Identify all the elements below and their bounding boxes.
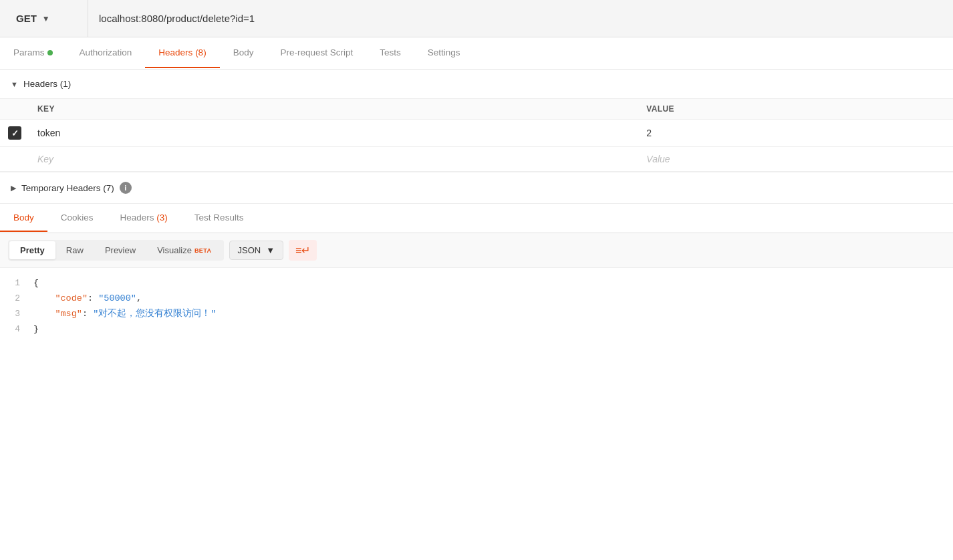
code-val-code: "50000" [98,293,136,303]
resp-tab-cookies[interactable]: Cookies [47,204,107,232]
code-line-2: 2 "code": "50000", [0,291,953,307]
temp-headers-section[interactable]: ▶ Temporary Headers (7) i [0,172,953,204]
headers-expand-icon: ▼ [11,80,18,88]
code-key-msg: "msg" [55,309,82,319]
response-tabs: Body Cookies Headers (3) Test Results [0,204,953,233]
format-tabs: Pretty Raw Preview Visualize BETA [8,240,224,261]
temp-headers-title: Temporary Headers (7) [21,183,114,193]
headers-section: ▼ Headers (1) KEY VALUE token 2 [0,69,953,172]
table-row: token 2 [0,120,953,147]
key-placeholder: Key [37,154,53,164]
tab-tests[interactable]: Tests [366,38,414,68]
row2-value[interactable]: Value [638,147,953,172]
code-key-code: "code" [55,293,88,303]
temp-headers-expand-icon: ▶ [11,184,16,192]
code-line-4: 4 } [0,322,953,337]
format-tab-preview[interactable]: Preview [94,241,146,259]
tab-prerequest[interactable]: Pre-request Script [267,38,366,68]
col-value: VALUE [638,99,953,120]
url-input[interactable] [88,0,945,37]
info-icon[interactable]: i [120,182,132,194]
line-num-3: 3 [0,307,33,321]
row2-key[interactable]: Key [29,147,638,172]
line-content-3: "msg": "对不起，您没有权限访问！" [33,307,953,322]
url-bar: GET ▼ [0,0,953,37]
row1-checkbox-cell[interactable] [0,120,29,147]
line-num-4: 4 [0,322,33,337]
response-toolbar: Pretty Raw Preview Visualize BETA JSON ▼… [0,233,953,268]
row1-key[interactable]: token [29,120,638,147]
line-content-2: "code": "50000", [33,291,953,307]
tab-body[interactable]: Body [220,38,267,68]
headers-title: Headers (1) [23,79,71,89]
row1-checkbox[interactable] [8,126,21,140]
value-placeholder: Value [646,154,670,164]
format-tab-pretty[interactable]: Pretty [9,241,55,259]
line-num-1: 1 [0,276,33,291]
tab-headers[interactable]: Headers (8) [145,38,219,68]
table-row: Key Value [0,147,953,172]
resp-tab-headers[interactable]: Headers (3) [107,204,181,232]
wrap-icon: ≡↵ [295,244,310,257]
line-num-2: 2 [0,291,33,306]
line-content-4: } [33,322,953,337]
resp-tab-testresults[interactable]: Test Results [181,204,257,232]
code-line-1: 1 { [0,276,953,291]
resp-tab-body[interactable]: Body [0,204,47,232]
tab-settings[interactable]: Settings [414,38,474,68]
wrap-button[interactable]: ≡↵ [289,240,317,261]
method-chevron-icon: ▼ [42,14,50,23]
code-val-msg: "对不起，您没有权限访问！" [93,309,216,319]
col-key: KEY [29,99,638,120]
tab-authorization[interactable]: Authorization [66,38,146,68]
tab-params[interactable]: Params [0,38,66,68]
request-tabs: Params Authorization Headers (8) Body Pr… [0,37,953,69]
params-dot [47,50,53,55]
headers-toggle[interactable]: ▼ Headers (1) [0,69,953,98]
col-checkbox [0,99,29,120]
row2-checkbox-cell [0,147,29,172]
row1-value[interactable]: 2 [638,120,953,147]
code-area: 1 { 2 "code": "50000", 3 "msg": "对不起，您没有… [0,268,953,345]
headers-table: KEY VALUE token 2 Key Value [0,98,953,172]
code-line-3: 3 "msg": "对不起，您没有权限访问！" [0,307,953,322]
beta-badge: BETA [194,247,212,254]
format-tab-visualize[interactable]: Visualize BETA [146,241,222,259]
format-tab-raw[interactable]: Raw [55,241,94,259]
method-selector[interactable]: GET ▼ [8,0,88,37]
line-content-1: { [33,276,953,291]
json-format-selector[interactable]: JSON ▼ [229,241,284,260]
method-label: GET [16,13,37,24]
